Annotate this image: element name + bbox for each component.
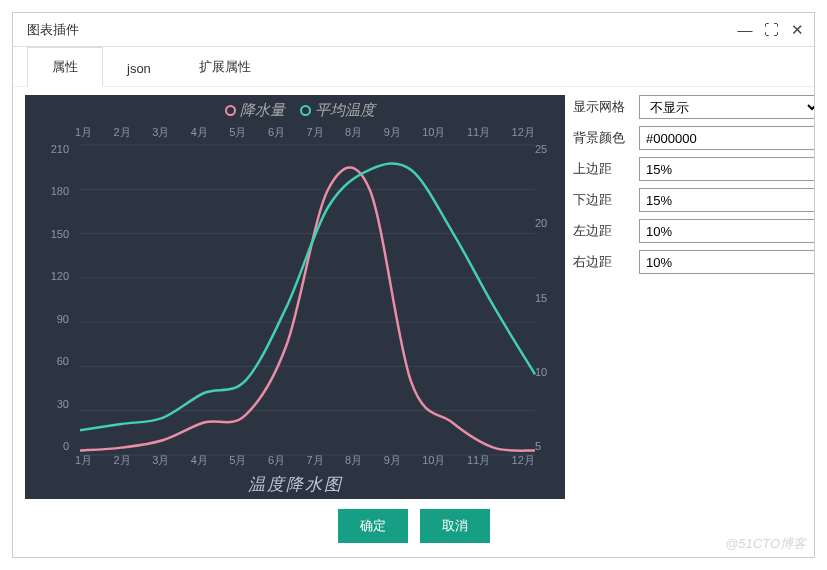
window-title: 图表插件 [27,21,79,39]
watermark: @51CTO博客 [725,535,806,553]
tab-attributes[interactable]: 属性 [27,47,103,87]
tab-json[interactable]: json [103,51,175,86]
dialog-footer: 确定 取消 [13,499,814,557]
field-label: 背景颜色 [573,129,639,147]
pad-left-input[interactable] [639,219,814,243]
tick-label: 7月 [306,453,323,468]
chart-plot [25,95,565,499]
x-axis-bottom: 1月2月3月4月5月6月7月8月9月10月11月12月 [75,453,535,468]
tick-label: 4月 [191,453,208,468]
tick-label: 1月 [75,453,92,468]
properties-form: 显示网格 不显示 背景颜色 上边距 下边距 [573,95,814,491]
cancel-button[interactable]: 取消 [420,509,490,543]
field-label: 下边距 [573,191,639,209]
tick-label: 9月 [384,453,401,468]
field-label: 上边距 [573,160,639,178]
field-label: 左边距 [573,222,639,240]
window-controls: — ⛶ ✕ [734,19,808,41]
tick-label: 11月 [467,453,490,468]
tick-label: 5月 [229,453,246,468]
pad-top-input[interactable] [639,157,814,181]
content-area: 降水量 平均温度 1月2月3月4月5月6月7月8月9月10月11月12月 210… [13,87,814,499]
ok-button[interactable]: 确定 [338,509,408,543]
tab-bar: 属性 json 扩展属性 [13,47,814,87]
tick-label: 3月 [152,453,169,468]
maximize-icon[interactable]: ⛶ [760,19,782,41]
field-label: 右边距 [573,253,639,271]
tick-label: 8月 [345,453,362,468]
dialog-window: 图表插件 — ⛶ ✕ 属性 json 扩展属性 降水量 平均温度 1月2月3月4… [12,12,815,558]
minimize-icon[interactable]: — [734,19,756,41]
pad-right-input[interactable] [639,250,814,274]
chart-preview: 降水量 平均温度 1月2月3月4月5月6月7月8月9月10月11月12月 210… [25,95,565,499]
bg-color-input[interactable] [639,126,814,150]
show-grid-select[interactable]: 不显示 [639,95,814,119]
tick-label: 6月 [268,453,285,468]
close-icon[interactable]: ✕ [786,19,808,41]
properties-panel: 显示网格 不显示 背景颜色 上边距 下边距 [565,95,814,491]
tick-label: 2月 [114,453,131,468]
tick-label: 10月 [422,453,445,468]
field-label: 显示网格 [573,98,639,116]
tab-extended[interactable]: 扩展属性 [175,48,275,86]
tick-label: 12月 [512,453,535,468]
pad-bottom-input[interactable] [639,188,814,212]
titlebar: 图表插件 — ⛶ ✕ [13,13,814,47]
chart-title: 温度降水图 [25,473,565,496]
